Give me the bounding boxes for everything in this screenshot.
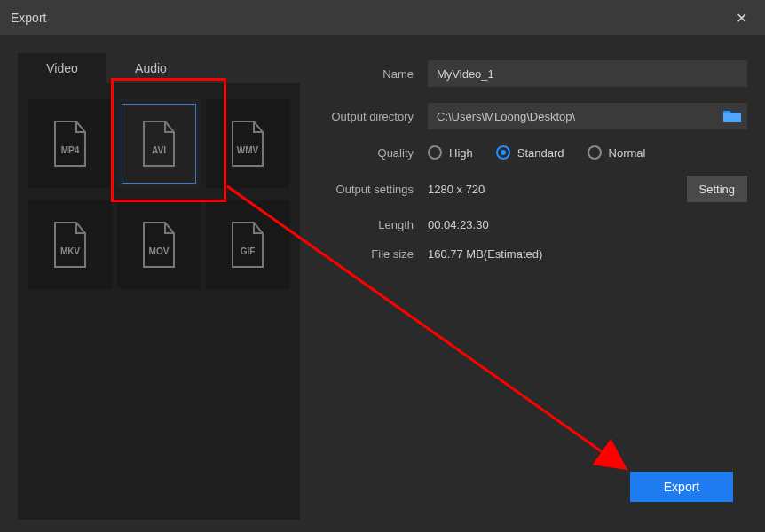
name-input[interactable] [428, 60, 747, 87]
tab-video[interactable]: Video [18, 53, 106, 83]
svg-rect-6 [723, 113, 741, 122]
svg-text:MP4: MP4 [61, 145, 80, 155]
radio-quality-normal[interactable]: Normal [588, 145, 646, 160]
tab-audio[interactable]: Audio [106, 53, 195, 83]
svg-text:MKV: MKV [60, 246, 81, 256]
file-icon: MP4 [48, 118, 92, 169]
file-icon: MKV [48, 219, 92, 270]
format-mov[interactable]: MOV [117, 200, 201, 289]
radio-label: Standard [517, 146, 564, 160]
label-name: Name [321, 67, 428, 81]
file-icon: GIF [225, 219, 270, 270]
resolution-value: 1280 x 720 [428, 183, 687, 196]
svg-text:GIF: GIF [241, 246, 256, 256]
radio-quality-standard[interactable]: Standard [496, 145, 564, 160]
label-length: Length [321, 218, 428, 231]
file-icon: MOV [137, 219, 181, 270]
label-file-size: File size [321, 247, 428, 261]
folder-icon[interactable] [722, 109, 742, 123]
format-grid: MP4 AVI WMV MKV MOV GIF [18, 83, 300, 520]
radio-quality-high[interactable]: High [428, 145, 473, 160]
setting-button[interactable]: Setting [687, 176, 747, 202]
label-quality: Quality [321, 146, 428, 160]
file-size-value: 160.77 MB(Estimated) [428, 247, 747, 261]
window-title: Export [11, 11, 46, 25]
radio-icon [496, 145, 510, 160]
radio-label: Normal [609, 146, 646, 160]
export-button[interactable]: Export [630, 472, 733, 502]
output-dir-value: C:\Users\MLoong\Desktop\ [428, 110, 722, 123]
format-wmv[interactable]: WMV [206, 99, 289, 188]
length-value: 00:04:23.30 [428, 218, 747, 231]
label-output-dir: Output directory [321, 110, 428, 123]
svg-text:AVI: AVI [152, 145, 166, 155]
close-icon[interactable]: ✕ [729, 6, 754, 30]
format-avi[interactable]: AVI [117, 99, 201, 188]
file-icon: AVI [137, 118, 181, 169]
svg-text:WMV: WMV [237, 145, 259, 155]
file-icon: WMV [225, 118, 270, 169]
format-gif[interactable]: GIF [206, 200, 289, 289]
label-output-settings: Output settings [321, 183, 428, 196]
format-mp4[interactable]: MP4 [28, 99, 112, 188]
radio-label: High [449, 146, 473, 160]
radio-icon [588, 145, 602, 160]
svg-text:MOV: MOV [149, 246, 170, 256]
radio-icon [428, 145, 442, 160]
format-mkv[interactable]: MKV [28, 200, 112, 289]
